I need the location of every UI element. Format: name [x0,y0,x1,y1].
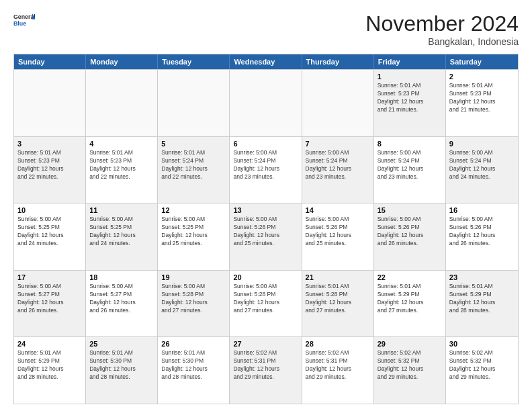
day-number: 13 [233,206,298,214]
cal-cell-day-20: 20Sunrise: 5:00 AM Sunset: 5:28 PM Dayli… [230,271,302,337]
calendar: SundayMondayTuesdayWednesdayThursdayFrid… [13,54,519,404]
day-info: Sunrise: 5:01 AM Sunset: 5:24 PM Dayligh… [161,149,226,181]
day-info: Sunrise: 5:01 AM Sunset: 5:28 PM Dayligh… [306,283,370,315]
cal-cell-empty-0-3 [230,70,302,136]
day-info: Sunrise: 5:01 AM Sunset: 5:30 PM Dayligh… [161,349,226,381]
title-block: November 2024 Bangkalan, Indonesia [365,11,519,47]
header: General Blue November 2024 Bangkalan, In… [13,11,519,47]
cal-cell-day-24: 24Sunrise: 5:01 AM Sunset: 5:29 PM Dayli… [14,337,86,404]
page: General Blue November 2024 Bangkalan, In… [0,0,532,411]
day-info: Sunrise: 5:00 AM Sunset: 5:24 PM Dayligh… [449,149,515,181]
cal-cell-day-7: 7Sunrise: 5:00 AM Sunset: 5:24 PM Daylig… [302,137,374,203]
day-number: 5 [161,140,226,148]
logo: General Blue [13,11,35,32]
day-info: Sunrise: 5:00 AM Sunset: 5:24 PM Dayligh… [233,149,298,181]
day-info: Sunrise: 5:02 AM Sunset: 5:31 PM Dayligh… [233,349,298,381]
day-number: 16 [449,206,515,214]
day-info: Sunrise: 5:01 AM Sunset: 5:23 PM Dayligh… [89,149,154,181]
day-info: Sunrise: 5:00 AM Sunset: 5:26 PM Dayligh… [378,216,442,248]
day-info: Sunrise: 5:00 AM Sunset: 5:27 PM Dayligh… [17,283,82,315]
day-number: 9 [449,140,515,148]
cal-cell-day-5: 5Sunrise: 5:01 AM Sunset: 5:24 PM Daylig… [158,137,230,203]
day-number: 12 [161,206,226,214]
day-number: 1 [378,73,442,81]
day-number: 22 [378,273,442,281]
day-info: Sunrise: 5:00 AM Sunset: 5:25 PM Dayligh… [17,216,82,248]
day-number: 19 [161,273,226,281]
cal-cell-day-6: 6Sunrise: 5:00 AM Sunset: 5:24 PM Daylig… [230,137,302,203]
day-number: 4 [89,140,154,148]
calendar-header: SundayMondayTuesdayWednesdayThursdayFrid… [14,54,518,69]
cal-cell-day-14: 14Sunrise: 5:00 AM Sunset: 5:26 PM Dayli… [302,203,374,270]
day-number: 18 [89,273,154,281]
cal-cell-day-3: 3Sunrise: 5:01 AM Sunset: 5:23 PM Daylig… [14,137,86,203]
main-title: November 2024 [365,11,519,36]
logo-icon: General Blue [13,11,35,32]
day-info: Sunrise: 5:01 AM Sunset: 5:23 PM Dayligh… [449,82,515,114]
day-number: 26 [161,340,226,348]
svg-text:Blue: Blue [13,20,26,27]
cal-row-4: 24Sunrise: 5:01 AM Sunset: 5:29 PM Dayli… [14,336,518,404]
cal-cell-day-26: 26Sunrise: 5:01 AM Sunset: 5:30 PM Dayli… [158,337,230,404]
cal-cell-empty-0-1 [86,70,158,136]
cal-cell-day-18: 18Sunrise: 5:00 AM Sunset: 5:27 PM Dayli… [86,271,158,337]
header-day-saturday: Saturday [446,54,518,69]
day-number: 15 [378,206,442,214]
cal-cell-day-27: 27Sunrise: 5:02 AM Sunset: 5:31 PM Dayli… [230,337,302,404]
day-info: Sunrise: 5:00 AM Sunset: 5:25 PM Dayligh… [161,216,226,248]
cal-cell-day-23: 23Sunrise: 5:01 AM Sunset: 5:29 PM Dayli… [446,271,518,337]
day-info: Sunrise: 5:01 AM Sunset: 5:23 PM Dayligh… [378,82,442,114]
cal-cell-day-30: 30Sunrise: 5:02 AM Sunset: 5:32 PM Dayli… [446,337,518,404]
day-info: Sunrise: 5:00 AM Sunset: 5:24 PM Dayligh… [378,149,442,181]
day-number: 27 [233,340,298,348]
day-number: 29 [378,340,442,348]
day-number: 7 [306,140,370,148]
header-day-tuesday: Tuesday [158,54,230,69]
header-day-wednesday: Wednesday [230,54,302,69]
day-number: 11 [89,206,154,214]
calendar-body: 1Sunrise: 5:01 AM Sunset: 5:23 PM Daylig… [14,69,518,404]
cal-cell-day-28: 28Sunrise: 5:02 AM Sunset: 5:31 PM Dayli… [302,337,374,404]
day-number: 2 [449,73,515,81]
cal-cell-day-17: 17Sunrise: 5:00 AM Sunset: 5:27 PM Dayli… [14,271,86,337]
day-info: Sunrise: 5:01 AM Sunset: 5:30 PM Dayligh… [89,349,154,381]
day-info: Sunrise: 5:00 AM Sunset: 5:24 PM Dayligh… [306,149,370,181]
day-number: 30 [449,340,515,348]
cal-cell-day-22: 22Sunrise: 5:01 AM Sunset: 5:29 PM Dayli… [374,271,446,337]
cal-cell-day-21: 21Sunrise: 5:01 AM Sunset: 5:28 PM Dayli… [302,271,374,337]
day-info: Sunrise: 5:00 AM Sunset: 5:28 PM Dayligh… [233,283,298,315]
header-day-thursday: Thursday [302,54,374,69]
day-number: 3 [17,140,82,148]
day-info: Sunrise: 5:02 AM Sunset: 5:31 PM Dayligh… [306,349,370,381]
day-number: 24 [17,340,82,348]
day-number: 23 [449,273,515,281]
cal-cell-day-12: 12Sunrise: 5:00 AM Sunset: 5:25 PM Dayli… [158,203,230,270]
day-number: 21 [306,273,370,281]
cal-cell-day-15: 15Sunrise: 5:00 AM Sunset: 5:26 PM Dayli… [374,203,446,270]
day-info: Sunrise: 5:00 AM Sunset: 5:26 PM Dayligh… [449,216,515,248]
cal-row-3: 17Sunrise: 5:00 AM Sunset: 5:27 PM Dayli… [14,270,518,337]
cal-cell-day-1: 1Sunrise: 5:01 AM Sunset: 5:23 PM Daylig… [374,70,446,136]
cal-cell-day-13: 13Sunrise: 5:00 AM Sunset: 5:26 PM Dayli… [230,203,302,270]
day-number: 8 [378,140,442,148]
day-info: Sunrise: 5:01 AM Sunset: 5:29 PM Dayligh… [378,283,442,315]
day-number: 25 [89,340,154,348]
day-info: Sunrise: 5:00 AM Sunset: 5:26 PM Dayligh… [233,216,298,248]
day-number: 17 [17,273,82,281]
day-info: Sunrise: 5:02 AM Sunset: 5:32 PM Dayligh… [378,349,442,381]
cal-row-1: 3Sunrise: 5:01 AM Sunset: 5:23 PM Daylig… [14,136,518,203]
subtitle: Bangkalan, Indonesia [365,36,519,47]
header-day-sunday: Sunday [14,54,86,69]
day-info: Sunrise: 5:00 AM Sunset: 5:26 PM Dayligh… [306,216,370,248]
header-day-friday: Friday [374,54,446,69]
cal-row-0: 1Sunrise: 5:01 AM Sunset: 5:23 PM Daylig… [14,69,518,136]
cal-cell-day-29: 29Sunrise: 5:02 AM Sunset: 5:32 PM Dayli… [374,337,446,404]
day-number: 10 [17,206,82,214]
svg-text:General: General [13,13,35,20]
cal-cell-empty-0-4 [302,70,374,136]
day-info: Sunrise: 5:00 AM Sunset: 5:25 PM Dayligh… [89,216,154,248]
day-info: Sunrise: 5:01 AM Sunset: 5:29 PM Dayligh… [17,349,82,381]
cal-cell-day-10: 10Sunrise: 5:00 AM Sunset: 5:25 PM Dayli… [14,203,86,270]
cal-cell-day-11: 11Sunrise: 5:00 AM Sunset: 5:25 PM Dayli… [86,203,158,270]
day-number: 6 [233,140,298,148]
